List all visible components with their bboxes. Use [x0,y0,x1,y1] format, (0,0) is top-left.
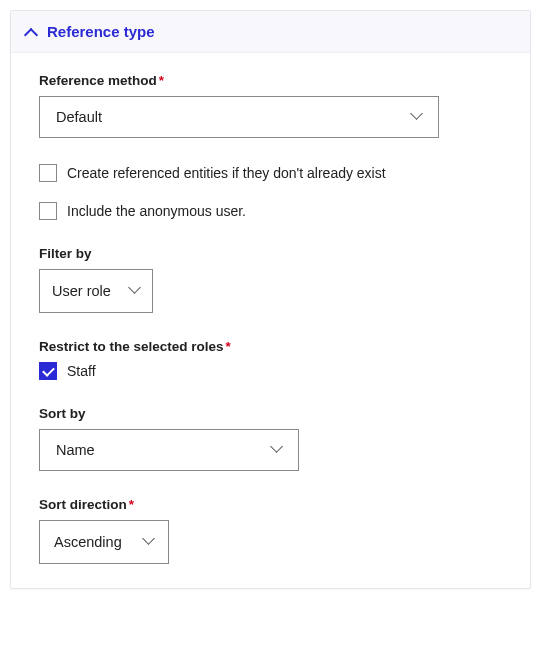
required-marker: * [226,339,231,354]
sort-by-group: Sort by Name [39,406,502,471]
sort-by-select[interactable]: Name [39,429,299,471]
filter-by-group: Filter by User role [39,246,502,313]
chevron-up-icon [25,26,37,38]
filter-by-label: Filter by [39,246,502,261]
options-group: Create referenced entities if they don't… [39,164,502,220]
checkbox-icon [39,202,57,220]
reference-method-select[interactable]: Default [39,96,439,138]
sort-direction-value: Ascending [54,534,122,550]
create-referenced-entities-checkbox[interactable]: Create referenced entities if they don't… [39,164,502,182]
filter-by-select[interactable]: User role [39,269,153,313]
checkbox-icon [39,164,57,182]
include-anonymous-user-label: Include the anonymous user. [67,203,246,219]
sort-direction-label-text: Sort direction [39,497,127,512]
chevron-down-icon [130,286,140,296]
sort-direction-select[interactable]: Ascending [39,520,169,564]
reference-method-label: Reference method* [39,73,502,88]
sort-by-value: Name [56,442,95,458]
sort-direction-label: Sort direction* [39,497,502,512]
include-anonymous-user-checkbox[interactable]: Include the anonymous user. [39,202,502,220]
role-staff-checkbox[interactable]: Staff [39,362,502,380]
reference-method-group: Reference method* Default [39,73,502,138]
panel-header[interactable]: Reference type [11,11,530,53]
required-marker: * [159,73,164,88]
panel-title: Reference type [47,23,155,40]
restrict-roles-group: Restrict to the selected roles* Staff [39,339,502,380]
restrict-roles-label-text: Restrict to the selected roles [39,339,224,354]
sort-by-label: Sort by [39,406,502,421]
create-referenced-entities-label: Create referenced entities if they don't… [67,165,386,181]
panel-body: Reference method* Default Create referen… [11,53,530,564]
reference-type-panel: Reference type Reference method* Default… [10,10,531,589]
role-staff-label: Staff [67,363,96,379]
chevron-down-icon [412,112,422,122]
restrict-roles-label: Restrict to the selected roles* [39,339,502,354]
sort-direction-group: Sort direction* Ascending [39,497,502,564]
chevron-down-icon [272,445,282,455]
required-marker: * [129,497,134,512]
reference-method-value: Default [56,109,102,125]
checkbox-checked-icon [39,362,57,380]
reference-method-label-text: Reference method [39,73,157,88]
chevron-down-icon [144,537,154,547]
filter-by-value: User role [52,283,111,299]
